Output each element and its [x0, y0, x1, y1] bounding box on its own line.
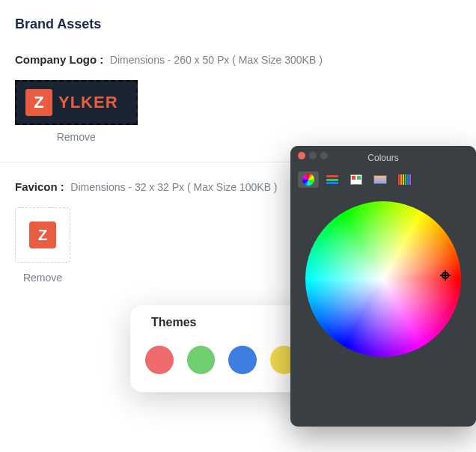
- color-cursor[interactable]: [440, 270, 451, 281]
- color-picker-window: Colours: [290, 146, 476, 427]
- favicon-upload[interactable]: Z: [15, 207, 70, 263]
- company-logo-upload[interactable]: Z YLKER: [15, 80, 138, 125]
- color-wheel-icon: [302, 174, 314, 186]
- palette-icon: [350, 174, 362, 185]
- color-sliders-tab[interactable]: [322, 171, 343, 188]
- brand-assets-title: Brand Assets: [15, 16, 461, 32]
- theme-swatch[interactable]: [145, 346, 174, 374]
- color-pencils-tab[interactable]: [394, 171, 415, 188]
- maximize-window-button[interactable]: [320, 152, 328, 159]
- logo-mark: Z: [25, 89, 52, 116]
- window-controls: [298, 152, 328, 159]
- color-picker-tabs: [290, 165, 476, 195]
- remove-favicon-button[interactable]: Remove: [15, 272, 70, 284]
- remove-logo-button[interactable]: Remove: [15, 131, 138, 143]
- minimize-window-button[interactable]: [309, 152, 317, 159]
- color-wheel-tab[interactable]: [298, 171, 319, 188]
- favicon-label: Favicon :: [15, 180, 64, 193]
- logo-text: YLKER: [58, 93, 118, 112]
- color-palette-tab[interactable]: [346, 171, 367, 188]
- close-window-button[interactable]: [298, 152, 305, 159]
- favicon-hint: Dimensions - 32 x 32 Px ( Max Size 100KB…: [70, 181, 277, 193]
- theme-swatch[interactable]: [187, 346, 216, 374]
- image-icon: [373, 175, 387, 184]
- company-logo-hint: Dimensions - 260 x 50 Px ( Max Size 300K…: [110, 54, 323, 66]
- theme-swatch[interactable]: [228, 346, 257, 374]
- color-image-tab[interactable]: [370, 171, 391, 188]
- color-picker-title: Colours: [367, 151, 398, 163]
- color-wheel[interactable]: [305, 201, 461, 357]
- sliders-icon: [326, 175, 338, 184]
- color-picker-header: Colours: [290, 146, 476, 165]
- company-logo-label: Company Logo :: [15, 53, 103, 66]
- pencils-icon: [398, 174, 411, 185]
- company-logo-row: Company Logo : Dimensions - 260 x 50 Px …: [15, 53, 461, 67]
- favicon-mark: Z: [29, 222, 56, 248]
